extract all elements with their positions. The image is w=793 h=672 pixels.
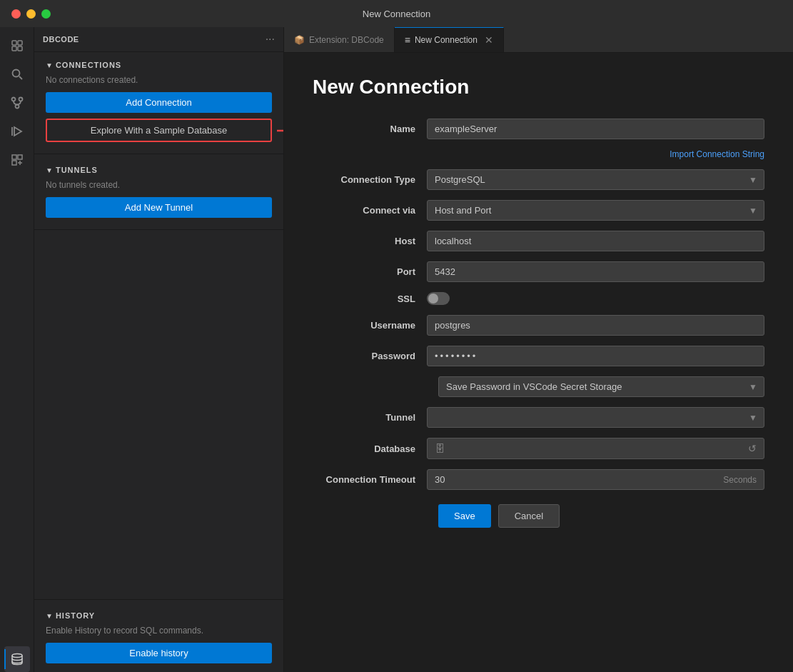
activity-scm[interactable]: [4, 90, 30, 116]
port-input[interactable]: [427, 261, 764, 282]
save-password-select[interactable]: Save Password in VSCode Secret Storage D…: [438, 376, 764, 397]
extension-tab-icon: 📦: [294, 35, 305, 45]
connection-type-select[interactable]: PostgreSQL MySQL SQLite: [427, 169, 764, 190]
svg-marker-9: [14, 127, 21, 136]
name-row: Name: [313, 119, 764, 139]
svg-rect-12: [18, 155, 22, 159]
window-title: New Connection: [363, 9, 430, 19]
database-input-wrap: 🗄 ↺: [427, 438, 764, 459]
save-button[interactable]: Save: [438, 504, 491, 528]
form-area: New Connection Name Import Connection St…: [284, 53, 793, 672]
tunnel-row: Tunnel ▼: [313, 407, 764, 428]
no-tunnels-text: No tunnels created.: [46, 180, 272, 190]
save-password-row: Save Password in VSCode Secret Storage D…: [313, 376, 764, 397]
database-refresh-icon[interactable]: ↺: [748, 443, 757, 454]
cancel-button[interactable]: Cancel: [498, 504, 560, 528]
connect-via-select[interactable]: Host and Port Socket: [427, 200, 764, 221]
connection-tab-icon: ≡: [405, 34, 410, 46]
history-header[interactable]: ▼ HISTORY: [46, 611, 272, 620]
tunnels-section: ▼ TUNNELS No tunnels created. Add New Tu…: [34, 157, 283, 226]
database-row: Database 🗄 ↺: [313, 438, 764, 459]
tunnels-header[interactable]: ▼ TUNNELS: [46, 166, 272, 174]
no-connections-text: No connections created.: [46, 75, 272, 85]
svg-point-4: [12, 70, 19, 77]
activity-search[interactable]: [4, 61, 30, 87]
maximize-button[interactable]: [41, 9, 51, 19]
ssl-label: SSL: [313, 294, 427, 304]
save-password-wrap: Save Password in VSCode Secret Storage D…: [438, 376, 764, 397]
import-link-row: Import Connection String: [313, 149, 764, 159]
activity-run[interactable]: [4, 119, 30, 144]
tunnels-chevron: ▼: [46, 166, 53, 174]
main-content: 📦 Extension: DBCode ≡ New Connection ✕ N…: [284, 27, 793, 672]
timeout-label: Connection Timeout: [313, 474, 427, 485]
ssl-toggle[interactable]: [427, 292, 450, 305]
form-actions: Save Cancel: [313, 504, 764, 528]
svg-rect-3: [18, 46, 22, 51]
activity-extensions[interactable]: [4, 147, 30, 173]
connection-type-label: Connection Type: [313, 174, 427, 185]
section-divider-1: [34, 154, 283, 154]
connect-via-select-wrap: Host and Port Socket ▼: [427, 200, 764, 221]
traffic-lights: [11, 9, 51, 19]
add-tunnel-button[interactable]: Add New Tunnel: [46, 197, 272, 218]
svg-point-14: [12, 654, 22, 658]
host-input[interactable]: [427, 231, 764, 251]
sidebar-spacer: [34, 233, 283, 596]
name-label: Name: [313, 124, 427, 134]
titlebar: New Connection: [0, 0, 793, 27]
tunnels-title: TUNNELS: [56, 166, 98, 174]
minimize-button[interactable]: [26, 9, 36, 19]
timeout-input[interactable]: [428, 470, 723, 489]
sidebar-app-title: DBCODE: [43, 35, 79, 44]
svg-line-5: [19, 76, 22, 79]
annotation-arrow: [276, 124, 284, 138]
connect-via-row: Connect via Host and Port Socket ▼: [313, 200, 764, 221]
timeout-input-wrap: Seconds: [427, 469, 764, 490]
section-divider-2: [34, 229, 283, 230]
connect-via-label: Connect via: [313, 205, 427, 216]
svg-point-8: [15, 105, 19, 109]
tunnel-select[interactable]: [427, 407, 764, 428]
sidebar-more-button[interactable]: ···: [266, 33, 275, 46]
tab-extension-dbcode[interactable]: 📦 Extension: DBCode: [284, 27, 395, 52]
history-chevron: ▼: [46, 612, 53, 620]
password-row: Password: [313, 346, 764, 366]
svg-point-7: [19, 98, 22, 101]
sidebar-header: DBCODE ···: [34, 27, 283, 52]
enable-history-button[interactable]: Enable history: [46, 643, 272, 663]
username-label: Username: [313, 320, 427, 331]
app-body: DBCODE ··· ▼ CONNECTIONS No connections …: [0, 27, 793, 672]
host-row: Host: [313, 231, 764, 251]
username-row: Username: [313, 315, 764, 336]
tunnel-label: Tunnel: [313, 412, 427, 423]
section-divider-3: [34, 599, 283, 600]
activity-explorer[interactable]: [4, 33, 30, 59]
password-input[interactable]: [427, 346, 764, 366]
connections-title: CONNECTIONS: [56, 61, 121, 69]
name-input[interactable]: [427, 119, 764, 139]
svg-rect-11: [12, 155, 16, 159]
add-connection-button[interactable]: Add Connection: [46, 92, 272, 113]
close-button[interactable]: [11, 9, 21, 19]
import-connection-string-link[interactable]: Import Connection String: [670, 149, 764, 159]
tunnel-select-wrap: ▼: [427, 407, 764, 428]
sidebar: DBCODE ··· ▼ CONNECTIONS No connections …: [34, 27, 284, 672]
tab-new-connection[interactable]: ≡ New Connection ✕: [395, 27, 504, 52]
svg-rect-1: [18, 41, 22, 45]
close-tab-button[interactable]: ✕: [485, 34, 493, 46]
connections-section: ▼ CONNECTIONS No connections created. Ad…: [34, 52, 283, 151]
host-label: Host: [313, 236, 427, 246]
port-row: Port: [313, 261, 764, 282]
extension-tab-label: Extension: DBCode: [309, 35, 384, 45]
timeout-row: Connection Timeout Seconds: [313, 469, 764, 490]
database-input[interactable]: [449, 443, 748, 454]
connections-header[interactable]: ▼ CONNECTIONS: [46, 61, 272, 69]
explore-sample-button[interactable]: Explore With a Sample Database: [46, 119, 272, 142]
username-input[interactable]: [427, 315, 764, 336]
password-label: Password: [313, 351, 427, 361]
explore-button-container: Explore With a Sample Database: [46, 119, 272, 142]
activity-database[interactable]: [4, 646, 30, 672]
connection-type-select-wrap: PostgreSQL MySQL SQLite ▼: [427, 169, 764, 190]
history-description: Enable History to record SQL commands.: [46, 626, 272, 636]
